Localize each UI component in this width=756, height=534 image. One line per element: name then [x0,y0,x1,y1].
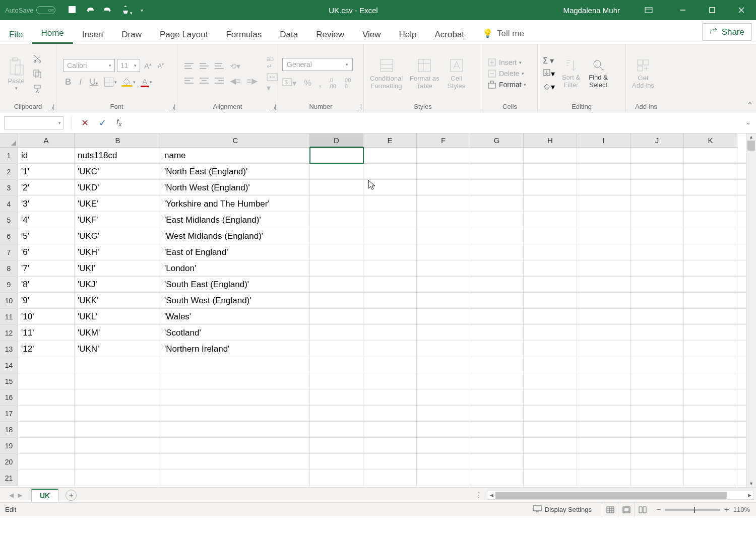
alignment-launcher-icon[interactable] [270,104,276,110]
cell[interactable] [684,277,737,292]
cell[interactable] [310,260,363,276]
cell[interactable] [417,293,470,308]
cell[interactable] [524,244,577,260]
cell[interactable]: 'Yorkshire and The Humber' [161,196,310,212]
underline-button[interactable]: U▾ [88,76,99,88]
cell[interactable] [75,454,161,470]
cell[interactable]: 'North West (England)' [161,180,310,195]
autosave-toggle[interactable]: AutoSave Off [5,6,55,14]
cell[interactable] [684,325,737,341]
cell[interactable] [577,406,631,421]
row-header[interactable]: 4 [0,196,18,212]
column-header[interactable]: K [684,134,737,148]
wrap-text-icon[interactable]: ab↵ [267,55,278,70]
cell[interactable] [417,212,470,228]
cell[interactable] [363,357,417,373]
cell[interactable]: 'Scotland' [161,325,310,341]
cell[interactable] [75,422,161,437]
cell[interactable] [631,212,684,228]
cell[interactable] [631,470,684,486]
cell[interactable]: 'East of England' [161,244,310,260]
cell[interactable] [310,357,363,373]
cell[interactable] [161,373,310,389]
cell[interactable] [310,325,363,341]
cell[interactable] [470,373,524,389]
increase-decimal-icon[interactable]: .0.00 [329,77,336,89]
cell[interactable] [577,470,631,486]
cell[interactable] [417,406,470,421]
cell[interactable] [310,212,363,228]
cell[interactable] [161,406,310,421]
cell[interactable] [470,422,524,437]
cell[interactable] [363,164,417,179]
cell[interactable] [417,244,470,260]
cell[interactable] [363,309,417,324]
increase-indent-icon[interactable]: ≡▶ [246,76,257,86]
cell[interactable] [417,438,470,453]
cell[interactable]: '2' [18,180,75,195]
tab-home[interactable]: Home [32,23,73,44]
row-header[interactable]: 1 [0,148,18,164]
cell[interactable]: 'UKF' [75,212,161,228]
prev-sheet-icon[interactable]: ◀ [9,492,14,499]
zoom-in-button[interactable]: + [724,505,729,514]
cell[interactable] [161,422,310,437]
cell[interactable]: 'UKE' [75,196,161,212]
display-settings-button[interactable]: Display Settings [533,505,592,514]
cell[interactable] [363,180,417,195]
cell[interactable] [470,180,524,195]
cell[interactable] [310,164,363,179]
cell[interactable] [631,438,684,453]
cell[interactable] [363,325,417,341]
cell[interactable] [470,293,524,308]
tab-formulas[interactable]: Formulas [217,25,271,44]
cell[interactable] [161,438,310,453]
cell[interactable] [18,389,75,405]
cell[interactable]: 'UKG' [75,228,161,244]
cell[interactable] [18,422,75,437]
sheet-tab-active[interactable]: UK [31,489,58,502]
format-cells-button[interactable]: Format▾ [487,80,526,89]
format-as-table-button[interactable]: Format as Table [408,56,442,91]
scroll-thumb[interactable] [747,141,755,151]
cell[interactable] [684,212,737,228]
cell[interactable] [417,196,470,212]
cell[interactable] [161,389,310,405]
row-header[interactable]: 20 [0,454,18,470]
merge-center-icon[interactable]: ▾ [267,73,278,93]
cell[interactable] [470,148,524,163]
column-header[interactable]: F [417,134,470,148]
cell[interactable]: 'Wales' [161,309,310,324]
column-header[interactable]: E [363,134,417,148]
tab-scroll-split-icon[interactable]: ⋮ [475,490,487,500]
cell[interactable] [417,164,470,179]
cell[interactable] [524,454,577,470]
copy-icon[interactable] [31,68,43,80]
font-launcher-icon[interactable] [169,104,175,110]
cell[interactable] [470,196,524,212]
cell[interactable] [310,438,363,453]
cell[interactable] [18,454,75,470]
cell[interactable] [684,196,737,212]
cell[interactable] [524,293,577,308]
cell[interactable] [631,244,684,260]
align-bottom-icon[interactable] [215,63,224,70]
cell[interactable] [75,406,161,421]
cell[interactable]: 'UKC' [75,164,161,179]
tab-data[interactable]: Data [271,25,307,44]
vertical-scrollbar[interactable]: ▲ ▼ [746,134,756,487]
cell[interactable] [684,470,737,486]
cell[interactable] [684,164,737,179]
cell[interactable]: '11' [18,325,75,341]
cell[interactable] [524,164,577,179]
cell[interactable] [75,470,161,486]
cell[interactable]: 'South West (England)' [161,293,310,308]
font-color-button[interactable]: A▾ [141,77,152,87]
cell[interactable] [577,438,631,453]
decrease-font-icon[interactable]: A▾ [156,61,166,71]
cell[interactable] [524,212,577,228]
increase-font-icon[interactable]: A▴ [142,60,154,71]
cell[interactable] [577,260,631,276]
cell[interactable]: 'UKL' [75,309,161,324]
cell[interactable] [524,325,577,341]
